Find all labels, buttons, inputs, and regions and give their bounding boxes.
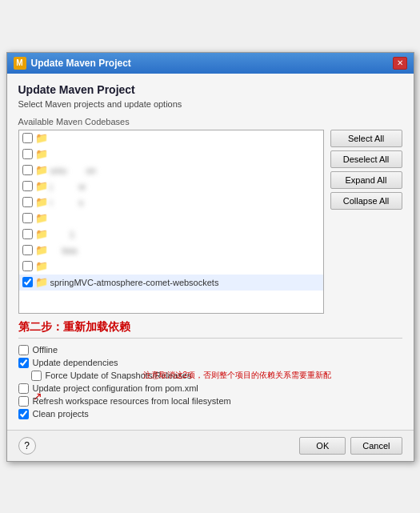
select-all-button[interactable]: Select All xyxy=(330,130,402,147)
offline-label: Offline xyxy=(33,345,58,355)
item-checkbox-8[interactable] xyxy=(22,245,33,255)
folder-icon-springmvc: 📁 xyxy=(35,277,48,288)
ok-button[interactable]: OK xyxy=(299,437,346,455)
title-bar-controls: ✕ xyxy=(393,57,407,70)
codebases-label: Available Maven Codebases xyxy=(18,117,402,126)
tree-item-springmvc: 📁 springMVC-atmosphere-comet-websockets xyxy=(19,275,323,291)
force-update-checkbox[interactable] xyxy=(31,371,42,381)
dialog-content: Update Maven Project Select Maven projec… xyxy=(7,74,414,430)
collapse-all-button[interactable]: Collapse All xyxy=(330,192,402,210)
window-icon: M xyxy=(14,57,26,70)
refresh-workspace-option: Refresh workspace resources from local f… xyxy=(18,396,402,407)
item-checkbox-6[interactable] xyxy=(22,213,33,223)
force-update-label: Force Update of Snapshots/Releases xyxy=(46,371,192,380)
offline-checkbox[interactable] xyxy=(18,345,29,355)
tree-item: 📁 xyxy=(19,130,323,146)
bottom-bar: ? OK Cancel xyxy=(7,430,414,461)
item-text-6 xyxy=(50,214,67,223)
item-text xyxy=(50,150,67,159)
folder-icon: 📁 xyxy=(35,133,48,144)
item-checkbox-7[interactable] xyxy=(22,229,33,239)
update-deps-checkbox[interactable] xyxy=(18,358,29,368)
help-button[interactable]: ? xyxy=(18,437,36,455)
update-project-config-checkbox[interactable] xyxy=(18,383,29,394)
tree-item: 📁 1 xyxy=(19,226,323,242)
tree-item: 📁 xyxy=(19,210,323,226)
item-checkbox-5[interactable] xyxy=(22,197,33,207)
folder-icon: 📁 xyxy=(35,229,48,240)
clean-projects-label: Clean projects xyxy=(33,409,89,419)
item-text xyxy=(50,134,65,143)
item-checkbox-3[interactable] xyxy=(22,165,33,175)
tree-item: 📁 uniu on xyxy=(19,162,323,178)
step-text: 第二步：重新加载依赖 xyxy=(18,320,402,335)
update-project-config-option: ↗ Update project configuration from pom.… xyxy=(18,383,402,394)
title-bar-left: M Update Maven Project xyxy=(14,57,131,70)
item-checkbox-springmvc[interactable] xyxy=(22,277,33,287)
tree-item: 📁 i s xyxy=(19,194,323,210)
update-deps-label: Update dependencies xyxy=(33,358,118,367)
refresh-workspace-checkbox[interactable] xyxy=(18,396,29,407)
window-title: Update Maven Project xyxy=(31,58,131,69)
update-project-config-label: Update project configuration from pom.xm… xyxy=(33,383,198,393)
item-text-bea: bea xyxy=(50,246,78,255)
item-checkbox-9[interactable] xyxy=(22,261,33,271)
cancel-button[interactable]: Cancel xyxy=(350,437,402,455)
folder-icon: 📁 xyxy=(35,245,48,256)
folder-icon: 📁 xyxy=(35,149,48,160)
title-bar: M Update Maven Project ✕ xyxy=(7,53,414,74)
deselect-all-button[interactable]: Deselect All xyxy=(330,150,402,168)
expand-all-button[interactable]: Expand All xyxy=(330,171,402,189)
folder-icon: 📁 xyxy=(35,181,48,192)
tree-item: 📁 xyxy=(19,146,323,162)
folder-icon: 📁 xyxy=(35,261,48,272)
tree-panel[interactable]: 📁 📁 📁 uniu on 📁 j xyxy=(18,130,324,314)
item-text-uniu: uniu on xyxy=(50,166,96,175)
folder-icon: 📁 xyxy=(35,197,48,208)
close-button[interactable]: ✕ xyxy=(393,57,407,70)
dialog-title: Update Maven Project xyxy=(18,83,402,96)
item-text-j: j w xyxy=(50,182,86,191)
item-text-9 xyxy=(50,262,65,271)
refresh-workspace-label: Refresh workspace resources from local f… xyxy=(33,396,231,406)
force-update-option: Force Update of Snapshots/Releases 注意取消这… xyxy=(31,371,402,381)
item-text-springmvc: springMVC-atmosphere-comet-websockets xyxy=(50,278,219,287)
item-checkbox-4[interactable] xyxy=(22,181,33,191)
buttons-panel: Select All Deselect All Expand All Colla… xyxy=(330,130,402,314)
item-checkbox-2[interactable] xyxy=(22,149,33,159)
main-area: 📁 📁 📁 uniu on 📁 j xyxy=(18,130,402,314)
item-checkbox-1[interactable] xyxy=(22,133,33,143)
item-text-i: i s xyxy=(50,198,84,207)
offline-option: Offline xyxy=(18,345,402,355)
tree-item: 📁 xyxy=(19,259,323,275)
update-deps-option: Update dependencies xyxy=(18,358,402,368)
item-text-7: 1 xyxy=(50,230,75,239)
clean-projects-option: Clean projects xyxy=(18,409,402,419)
ok-cancel-group: OK Cancel xyxy=(299,437,402,455)
folder-icon: 📁 xyxy=(35,165,48,176)
tree-item: 📁 bea xyxy=(19,242,323,259)
folder-icon: 📁 xyxy=(35,213,48,224)
tree-item: 📁 j w xyxy=(19,178,323,194)
dialog-subtitle: Select Maven projects and update options xyxy=(18,99,402,109)
clean-projects-checkbox[interactable] xyxy=(18,409,29,419)
update-maven-dialog: M Update Maven Project ✕ Update Maven Pr… xyxy=(6,52,414,462)
options-section: Offline Update dependencies Force Update… xyxy=(18,338,402,419)
